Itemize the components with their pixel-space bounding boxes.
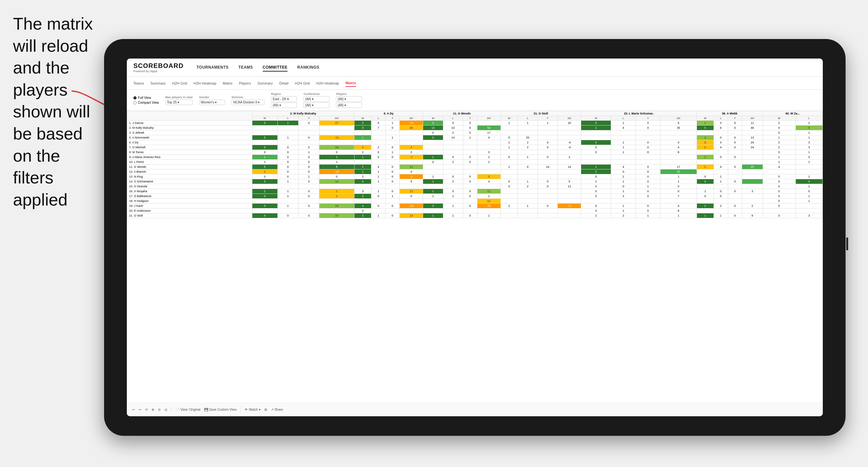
col-header-schumac: 23. L Marie Schumac. (581, 111, 696, 116)
subnav-matrix2[interactable]: Matrix (345, 80, 356, 87)
undo-button[interactable]: ↩ (132, 408, 135, 411)
sub-l1: L (277, 116, 298, 121)
nav-rankings[interactable]: RANKINGS (297, 64, 319, 71)
table-row: 18. H Hodgson 11 01 (127, 199, 823, 204)
table-row: 17. D Ballesteros 3101 2010 1101 0207 00… (127, 194, 823, 199)
sub-t4: T (537, 116, 557, 121)
tablet-side-button (846, 238, 848, 250)
sub-dif1: Dif (319, 116, 354, 121)
table-row: 12. A Bianchi 200-18 1104 20025 (127, 169, 823, 174)
players-filter: Players (All) ▾ (All) ▾ (336, 92, 362, 108)
subnav-summary[interactable]: Summary (150, 80, 165, 87)
subnav-h2hheatmap[interactable]: H2H Heatmap (193, 80, 216, 87)
player-name: 9. A Maria Jimenez Rios (127, 155, 252, 160)
share-button[interactable]: ↗ Share (271, 408, 283, 411)
region-select[interactable]: East - DII ▾ (271, 96, 297, 102)
subnav-h2hgrid[interactable]: H2H Grid (172, 80, 187, 87)
table-row: 21. O Stoll 40033 21014 1101 2211 1109 0… (127, 213, 823, 218)
sub-dif5: Dif (660, 116, 696, 121)
sub-dif4: Dif (558, 116, 581, 121)
table-row: 13. N Klug 0010 210-2 1003 0201 01 01 (127, 174, 823, 179)
player-name: 7. O Mitchell (127, 145, 252, 150)
sub-l4: L (518, 116, 537, 121)
table-row: 3. S Jelinek 02017 01 (127, 130, 823, 135)
player-name: 10. L Perini (127, 160, 252, 164)
sub-w1: W (252, 116, 277, 121)
zoom-out-button[interactable]: ⊖ (158, 408, 161, 411)
fit-button[interactable]: ◎ (164, 408, 167, 411)
conference-sub-select[interactable]: (All) ▾ (303, 102, 330, 108)
sub-l5: L (611, 116, 636, 121)
nav-teams[interactable]: TEAMS (238, 64, 253, 71)
player-name: 15. H Stranda (127, 184, 252, 189)
table-row: 5. A Nomrowski 310-11 11 01414 025 10013… (127, 135, 823, 140)
player-name: 11. G Woods (127, 164, 252, 169)
subnav-players[interactable]: Players (239, 80, 251, 87)
division-select[interactable]: NCAA Division II ▾ (231, 99, 265, 105)
subnav-teams[interactable]: Teams (133, 80, 144, 87)
redo-button[interactable]: ↪ (138, 408, 141, 411)
compact-view-option[interactable]: Compact View (133, 101, 159, 104)
matrix-table: 2. M Kelly Mulcahy 6. A Dy 11. G Woods 2… (127, 111, 823, 218)
compact-view-radio[interactable] (133, 101, 136, 104)
sub-l6: L (714, 116, 728, 121)
sub-t6: T (728, 116, 742, 121)
sub-w6: W (696, 116, 714, 121)
logo-area: SCOREBOARD Powered by clippd (133, 62, 183, 73)
region-sub-select[interactable]: (All) ▾ (271, 102, 297, 108)
col-header-webb: 38. A Webb (696, 111, 763, 116)
main-nav: TOURNAMENTS TEAMS COMMITTEE RANKINGS (196, 64, 319, 71)
nav-committee[interactable]: COMMITTEE (263, 64, 288, 71)
sub-t1: T (298, 116, 319, 121)
table-row: 8. M Torres 0010 2012 3 0108 01 (127, 150, 823, 155)
zoom-in-button[interactable]: ⊕ (152, 408, 154, 411)
sub-l2: L (371, 116, 385, 121)
app-header: SCOREBOARD Powered by clippd TOURNAMENTS… (127, 59, 823, 77)
region-filter: Region East - DII ▾ (All) ▾ (271, 92, 297, 108)
sub-dif3: Dif (477, 116, 500, 121)
watch-button[interactable]: 👁 Watch ▾ (245, 408, 260, 411)
table-row: 14. S Srichantamit 31014 0105 1204 0105 … (127, 179, 823, 184)
refresh-button[interactable]: ↺ (145, 408, 148, 411)
max-players-select[interactable]: Top 25 ▾ (165, 99, 192, 105)
toolbar-sep1 (172, 406, 172, 413)
conference-filter: Conference (All) ▾ (All) ▾ (303, 92, 330, 108)
filters-bar: Full View Compact View Max players in vi… (127, 90, 823, 111)
player-name: 13. N Klug (127, 174, 252, 179)
nav-tournaments[interactable]: TOURNAMENTS (196, 64, 229, 71)
sub-l3: L (443, 116, 463, 121)
view-options: Full View Compact View (133, 96, 159, 104)
player-name: 14. S Srichantamit (127, 179, 252, 184)
subnav-h2hgrid2[interactable]: H2H Grid (295, 80, 310, 87)
sub-t3: T (463, 116, 477, 121)
table-row: 10. L Perini 1001 0201 11 (127, 160, 823, 164)
table-row: 16. X Mcqaha 2101 31011 10011 0100 1003 … (127, 189, 823, 194)
save-custom-view-button[interactable]: 💾 Save Custom View (204, 408, 237, 411)
toolbar-sep2 (240, 406, 241, 413)
conference-select[interactable]: (All) ▾ (303, 96, 330, 102)
player-name: 12. A Bianchi (127, 169, 252, 174)
bottom-toolbar: ↩ ↪ ↺ ⊕ ⊖ ◎ 📄 View: Original 💾 Save Cust… (127, 403, 823, 416)
player-col-header (127, 111, 252, 121)
player-name: 18. H Hodgson (127, 199, 252, 204)
sub-w3: W (423, 116, 443, 121)
player-name: 6. A Dy (127, 140, 252, 145)
sub-dif6: Dif (742, 116, 763, 121)
subnav-detail[interactable]: Detail (279, 80, 288, 87)
full-view-radio[interactable] (133, 96, 136, 99)
tablet-screen: SCOREBOARD Powered by clippd TOURNAMENTS… (127, 59, 823, 416)
full-view-option[interactable]: Full View (133, 96, 159, 99)
players-select[interactable]: (All) ▾ (336, 96, 362, 102)
players-sub-select[interactable]: (All) ▾ (336, 102, 362, 108)
matrix-content: 2. M Kelly Mulcahy 6. A Dy 11. G Woods 2… (127, 111, 823, 403)
table-row: 6. A Dy 120-4 0104 04024 23 (127, 140, 823, 145)
subnav-summary2[interactable]: Summary (257, 80, 273, 87)
table-row: 11. G Woods 5008 14011 101414 14017 2402… (127, 164, 823, 169)
grid-button[interactable]: ⊞ (265, 408, 267, 411)
view-original-button[interactable]: 📄 View: Original (176, 408, 200, 411)
col-header-mulcahy: 2. M Kelly Mulcahy (252, 111, 354, 116)
subnav-matrix[interactable]: Matrix (223, 80, 232, 87)
subnav-h2hheatmap2[interactable]: H2H Heatmap (316, 80, 339, 87)
gender-select[interactable]: Women's ▾ (199, 99, 225, 105)
sub-w5: W (581, 116, 611, 121)
